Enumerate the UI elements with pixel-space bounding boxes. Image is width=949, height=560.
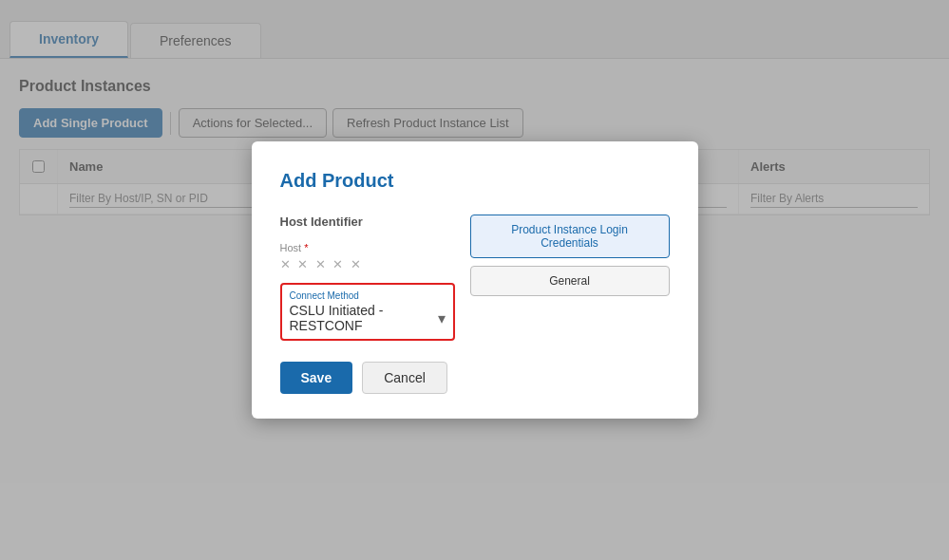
modal-right-panel: Product Instance Login Credentials Gener… [470,215,670,341]
general-button[interactable]: General [470,266,670,296]
required-marker: * [304,242,308,253]
host-identifier-label: Host Identifier [280,215,455,229]
modal-footer: Save Cancel [280,362,670,394]
modal-left-panel: Host Identifier Host * ✕ ✕ ✕ ✕ ✕ Connect… [280,215,455,341]
connect-select-row[interactable]: CSLU Initiated - RESTCONF ▾ [290,303,446,333]
connect-method-dropdown-icon[interactable]: ▾ [438,309,446,327]
host-field-label: Host * [280,242,455,253]
connect-method-wrapper: Connect Method CSLU Initiated - RESTCONF… [280,283,455,341]
modal-title: Add Product [280,170,670,192]
modal-overlay: Add Product Host Identifier Host * ✕ ✕ ✕… [0,0,949,560]
add-product-modal: Add Product Host Identifier Host * ✕ ✕ ✕… [252,141,698,419]
connect-method-label: Connect Method [290,290,446,301]
save-button[interactable]: Save [280,362,353,394]
host-placeholder-dots: ✕ ✕ ✕ ✕ ✕ [280,257,455,271]
credentials-button[interactable]: Product Instance Login Credentials [470,215,670,258]
connect-method-value: CSLU Initiated - RESTCONF [290,303,438,333]
cancel-button[interactable]: Cancel [362,362,447,394]
modal-body: Host Identifier Host * ✕ ✕ ✕ ✕ ✕ Connect… [280,215,670,341]
